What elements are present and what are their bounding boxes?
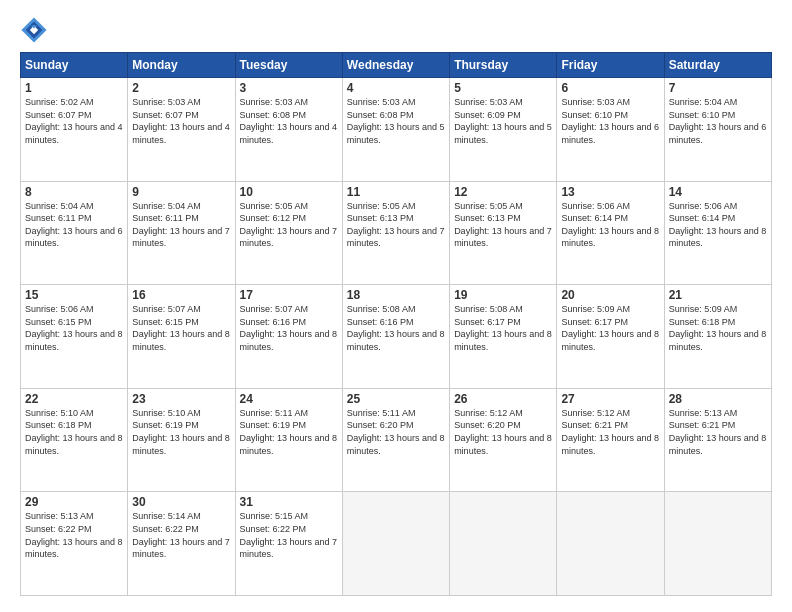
calendar-cell: 11Sunrise: 5:05 AMSunset: 6:13 PMDayligh… [342,181,449,285]
day-info: Sunrise: 5:05 AMSunset: 6:13 PMDaylight:… [454,200,552,250]
day-info: Sunrise: 5:04 AMSunset: 6:10 PMDaylight:… [669,96,767,146]
calendar-cell: 24Sunrise: 5:11 AMSunset: 6:19 PMDayligh… [235,388,342,492]
day-info: Sunrise: 5:15 AMSunset: 6:22 PMDaylight:… [240,510,338,560]
day-info: Sunrise: 5:06 AMSunset: 6:15 PMDaylight:… [25,303,123,353]
day-number: 22 [25,392,123,406]
day-number: 25 [347,392,445,406]
calendar-day-header: Tuesday [235,53,342,78]
calendar-cell: 28Sunrise: 5:13 AMSunset: 6:21 PMDayligh… [664,388,771,492]
calendar-cell: 3Sunrise: 5:03 AMSunset: 6:08 PMDaylight… [235,78,342,182]
calendar-cell: 25Sunrise: 5:11 AMSunset: 6:20 PMDayligh… [342,388,449,492]
day-info: Sunrise: 5:09 AMSunset: 6:17 PMDaylight:… [561,303,659,353]
day-info: Sunrise: 5:07 AMSunset: 6:15 PMDaylight:… [132,303,230,353]
calendar-cell: 2Sunrise: 5:03 AMSunset: 6:07 PMDaylight… [128,78,235,182]
day-info: Sunrise: 5:03 AMSunset: 6:08 PMDaylight:… [347,96,445,146]
calendar-header-row: SundayMondayTuesdayWednesdayThursdayFrid… [21,53,772,78]
calendar-cell: 16Sunrise: 5:07 AMSunset: 6:15 PMDayligh… [128,285,235,389]
calendar-cell: 29Sunrise: 5:13 AMSunset: 6:22 PMDayligh… [21,492,128,596]
day-number: 12 [454,185,552,199]
day-info: Sunrise: 5:12 AMSunset: 6:21 PMDaylight:… [561,407,659,457]
calendar-cell: 31Sunrise: 5:15 AMSunset: 6:22 PMDayligh… [235,492,342,596]
day-info: Sunrise: 5:14 AMSunset: 6:22 PMDaylight:… [132,510,230,560]
calendar-cell: 12Sunrise: 5:05 AMSunset: 6:13 PMDayligh… [450,181,557,285]
calendar-day-header: Thursday [450,53,557,78]
logo-icon [20,16,48,44]
calendar-cell: 19Sunrise: 5:08 AMSunset: 6:17 PMDayligh… [450,285,557,389]
day-info: Sunrise: 5:11 AMSunset: 6:19 PMDaylight:… [240,407,338,457]
day-number: 23 [132,392,230,406]
day-number: 14 [669,185,767,199]
day-number: 26 [454,392,552,406]
calendar-cell: 4Sunrise: 5:03 AMSunset: 6:08 PMDaylight… [342,78,449,182]
calendar-cell [557,492,664,596]
day-number: 24 [240,392,338,406]
day-info: Sunrise: 5:12 AMSunset: 6:20 PMDaylight:… [454,407,552,457]
calendar-cell: 20Sunrise: 5:09 AMSunset: 6:17 PMDayligh… [557,285,664,389]
day-number: 7 [669,81,767,95]
calendar-cell: 17Sunrise: 5:07 AMSunset: 6:16 PMDayligh… [235,285,342,389]
day-number: 28 [669,392,767,406]
day-number: 11 [347,185,445,199]
calendar-cell [342,492,449,596]
day-number: 20 [561,288,659,302]
day-number: 1 [25,81,123,95]
day-info: Sunrise: 5:06 AMSunset: 6:14 PMDaylight:… [669,200,767,250]
day-number: 30 [132,495,230,509]
day-number: 27 [561,392,659,406]
calendar-day-header: Friday [557,53,664,78]
day-number: 19 [454,288,552,302]
day-info: Sunrise: 5:10 AMSunset: 6:19 PMDaylight:… [132,407,230,457]
calendar-cell: 7Sunrise: 5:04 AMSunset: 6:10 PMDaylight… [664,78,771,182]
calendar-day-header: Wednesday [342,53,449,78]
calendar-cell: 8Sunrise: 5:04 AMSunset: 6:11 PMDaylight… [21,181,128,285]
day-info: Sunrise: 5:10 AMSunset: 6:18 PMDaylight:… [25,407,123,457]
day-number: 3 [240,81,338,95]
calendar-cell: 27Sunrise: 5:12 AMSunset: 6:21 PMDayligh… [557,388,664,492]
page: SundayMondayTuesdayWednesdayThursdayFrid… [0,0,792,612]
day-number: 29 [25,495,123,509]
calendar-cell: 30Sunrise: 5:14 AMSunset: 6:22 PMDayligh… [128,492,235,596]
day-info: Sunrise: 5:06 AMSunset: 6:14 PMDaylight:… [561,200,659,250]
calendar-cell: 5Sunrise: 5:03 AMSunset: 6:09 PMDaylight… [450,78,557,182]
day-number: 13 [561,185,659,199]
day-number: 17 [240,288,338,302]
day-info: Sunrise: 5:03 AMSunset: 6:07 PMDaylight:… [132,96,230,146]
calendar-cell: 22Sunrise: 5:10 AMSunset: 6:18 PMDayligh… [21,388,128,492]
day-number: 16 [132,288,230,302]
calendar-cell: 10Sunrise: 5:05 AMSunset: 6:12 PMDayligh… [235,181,342,285]
calendar-cell: 15Sunrise: 5:06 AMSunset: 6:15 PMDayligh… [21,285,128,389]
calendar-cell [450,492,557,596]
day-number: 10 [240,185,338,199]
calendar-week-row: 8Sunrise: 5:04 AMSunset: 6:11 PMDaylight… [21,181,772,285]
day-info: Sunrise: 5:09 AMSunset: 6:18 PMDaylight:… [669,303,767,353]
day-number: 6 [561,81,659,95]
day-number: 4 [347,81,445,95]
header [20,16,772,44]
day-number: 8 [25,185,123,199]
calendar-cell: 18Sunrise: 5:08 AMSunset: 6:16 PMDayligh… [342,285,449,389]
calendar-cell: 14Sunrise: 5:06 AMSunset: 6:14 PMDayligh… [664,181,771,285]
day-info: Sunrise: 5:13 AMSunset: 6:22 PMDaylight:… [25,510,123,560]
calendar-week-row: 29Sunrise: 5:13 AMSunset: 6:22 PMDayligh… [21,492,772,596]
calendar-day-header: Monday [128,53,235,78]
calendar-cell: 23Sunrise: 5:10 AMSunset: 6:19 PMDayligh… [128,388,235,492]
calendar-day-header: Saturday [664,53,771,78]
calendar-cell: 21Sunrise: 5:09 AMSunset: 6:18 PMDayligh… [664,285,771,389]
day-info: Sunrise: 5:05 AMSunset: 6:12 PMDaylight:… [240,200,338,250]
day-info: Sunrise: 5:07 AMSunset: 6:16 PMDaylight:… [240,303,338,353]
day-info: Sunrise: 5:02 AMSunset: 6:07 PMDaylight:… [25,96,123,146]
day-number: 31 [240,495,338,509]
day-info: Sunrise: 5:08 AMSunset: 6:17 PMDaylight:… [454,303,552,353]
day-info: Sunrise: 5:11 AMSunset: 6:20 PMDaylight:… [347,407,445,457]
calendar-table: SundayMondayTuesdayWednesdayThursdayFrid… [20,52,772,596]
day-number: 5 [454,81,552,95]
logo [20,16,52,44]
day-info: Sunrise: 5:03 AMSunset: 6:09 PMDaylight:… [454,96,552,146]
day-number: 15 [25,288,123,302]
day-info: Sunrise: 5:08 AMSunset: 6:16 PMDaylight:… [347,303,445,353]
day-number: 9 [132,185,230,199]
day-number: 21 [669,288,767,302]
calendar-cell: 9Sunrise: 5:04 AMSunset: 6:11 PMDaylight… [128,181,235,285]
day-info: Sunrise: 5:03 AMSunset: 6:10 PMDaylight:… [561,96,659,146]
calendar-cell [664,492,771,596]
